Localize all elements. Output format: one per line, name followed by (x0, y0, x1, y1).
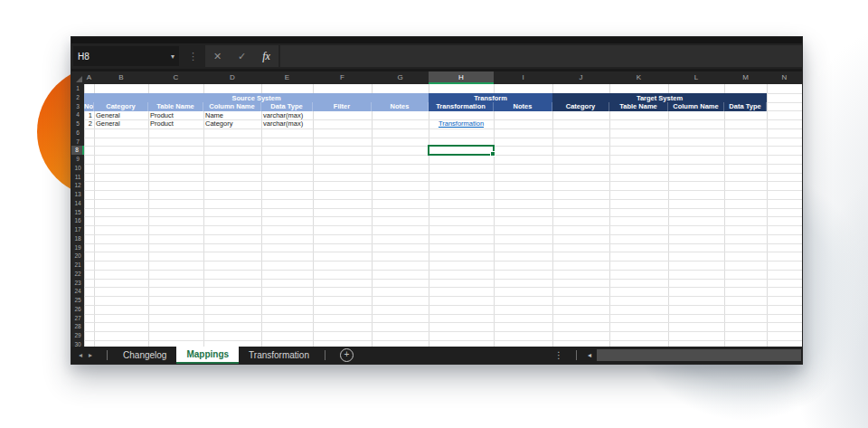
column-header-F[interactable]: F (313, 71, 372, 84)
row-header-5[interactable]: 5 (71, 119, 84, 128)
column-header-I[interactable]: I (494, 71, 552, 84)
tab-scroll-left-icon[interactable]: ◂ (79, 351, 82, 359)
row-header-10[interactable]: 10 (71, 164, 84, 173)
row-header-28[interactable]: 28 (71, 322, 84, 331)
gridline-vertical (372, 84, 373, 347)
select-all-button[interactable] (71, 71, 84, 84)
field-header-notes: Notes (372, 102, 429, 112)
gridline-horizontal (84, 234, 802, 235)
tab-scroll-right-icon[interactable]: ▸ (89, 351, 92, 359)
tab-bar-right-controls: ⋮ ◂ (554, 347, 802, 364)
row-header-3[interactable]: 3 (71, 102, 84, 111)
select-all-triangle-icon (76, 76, 82, 82)
column-header-B[interactable]: B (94, 71, 148, 84)
hyperlink-cell-H5[interactable]: Transformation (429, 119, 494, 128)
row-header-18[interactable]: 18 (71, 234, 84, 243)
cell-D5[interactable]: Category (203, 119, 261, 128)
row-header-20[interactable]: 20 (71, 252, 84, 261)
cell-A5[interactable]: 2 (84, 119, 94, 128)
row-header-12[interactable]: 12 (71, 181, 84, 190)
gridline-horizontal (84, 270, 802, 271)
gridline-horizontal (84, 296, 802, 297)
row-header-11[interactable]: 11 (71, 173, 84, 182)
column-header-M[interactable]: M (724, 71, 767, 84)
column-header-G[interactable]: G (372, 71, 429, 84)
formula-input[interactable] (280, 45, 802, 67)
gridline-horizontal (84, 199, 802, 200)
row-header-27[interactable]: 27 (71, 314, 84, 323)
column-header-D[interactable]: D (203, 71, 261, 84)
field-header-transformation: Transformation (429, 102, 494, 112)
column-header-A[interactable]: A (84, 71, 94, 84)
gridline-horizontal (84, 225, 802, 226)
row-header-7[interactable]: 7 (71, 138, 84, 147)
tab-bar-menu-dots-icon[interactable]: ⋮ (554, 350, 563, 360)
formula-bar-buttons: ✕ ✓ fx (205, 45, 278, 67)
row-header-6[interactable]: 6 (71, 128, 84, 138)
column-header-N[interactable]: N (767, 71, 802, 84)
row-header-29[interactable]: 29 (71, 331, 84, 340)
row-header-19[interactable]: 19 (71, 243, 84, 252)
row-header-9[interactable]: 9 (71, 155, 84, 164)
sheet-tab-mappings[interactable]: Mappings (176, 347, 239, 364)
column-header-K[interactable]: K (609, 71, 668, 84)
name-box-value: H8 (78, 52, 171, 62)
cell-C5[interactable]: Product (148, 119, 203, 128)
column-header-L[interactable]: L (668, 71, 724, 84)
field-header-table-name: Table Name (609, 102, 668, 112)
row-header-25[interactable]: 25 (71, 296, 84, 305)
field-header-notes: Notes (494, 102, 552, 112)
row-header-26[interactable]: 26 (71, 305, 84, 314)
hscroll-left-icon[interactable]: ◂ (588, 351, 591, 359)
horizontal-scrollbar[interactable] (597, 349, 801, 361)
confirm-icon[interactable]: ✓ (230, 51, 254, 62)
sheet-tab-transformation[interactable]: Transformation (239, 347, 319, 364)
fill-handle[interactable] (490, 151, 495, 157)
row-header-23[interactable]: 23 (71, 279, 84, 288)
row-header-14[interactable]: 14 (71, 199, 84, 208)
cell-A4[interactable]: 1 (84, 110, 94, 119)
name-box[interactable]: H8 ▾ (73, 46, 179, 66)
gridline-horizontal (84, 252, 802, 252)
cell-C4[interactable]: Product (148, 110, 203, 119)
column-header-C[interactable]: C (148, 71, 203, 84)
cell-D4[interactable]: Name (203, 110, 261, 119)
column-header-H[interactable]: H (429, 71, 494, 84)
gridline-horizontal (84, 216, 802, 217)
row-header-1[interactable]: 1 (71, 84, 84, 93)
gridline-horizontal (84, 305, 802, 306)
row-header-4[interactable]: 4 (71, 110, 84, 119)
row-header-22[interactable]: 22 (71, 270, 84, 279)
column-header-E[interactable]: E (261, 71, 313, 84)
row-header-16[interactable]: 16 (71, 216, 84, 225)
grid[interactable]: ABCDEFGHIJKLMN12345678910111213141516171… (71, 71, 802, 347)
insert-function-icon[interactable]: fx (254, 50, 278, 63)
sheet-tabs: ChangelogMappingsTransformation (113, 347, 319, 364)
gridline-horizontal (84, 243, 802, 244)
gridline-horizontal (84, 331, 802, 332)
row-header-24[interactable]: 24 (71, 287, 84, 296)
formula-bar-menu-dots-icon[interactable]: ⋮ (188, 51, 198, 62)
selected-cell-H8[interactable] (428, 145, 495, 156)
tab-divider (576, 350, 577, 360)
cell-B5[interactable]: General (94, 119, 148, 128)
cell-E4[interactable]: varchar(max) (261, 110, 313, 119)
row-header-15[interactable]: 15 (71, 208, 84, 217)
row-header-13[interactable]: 13 (71, 190, 84, 199)
add-sheet-button[interactable]: + (340, 348, 354, 362)
cancel-icon[interactable]: ✕ (205, 51, 230, 62)
chevron-down-icon[interactable]: ▾ (171, 52, 175, 61)
tab-divider (325, 350, 326, 360)
cell-E5[interactable]: varchar(max) (261, 119, 313, 128)
row-header-21[interactable]: 21 (71, 261, 84, 270)
row-header-8[interactable]: 8 (71, 146, 84, 155)
sheet-tab-changelog[interactable]: Changelog (113, 347, 176, 364)
gridline-vertical (494, 84, 495, 347)
gridline-vertical (767, 84, 768, 347)
cell-B4[interactable]: General (94, 110, 148, 119)
field-header-category: Category (552, 102, 609, 112)
row-header-2[interactable]: 2 (71, 93, 84, 102)
row-header-17[interactable]: 17 (71, 225, 84, 234)
column-header-J[interactable]: J (552, 71, 609, 84)
row-header-30[interactable]: 30 (71, 340, 84, 347)
